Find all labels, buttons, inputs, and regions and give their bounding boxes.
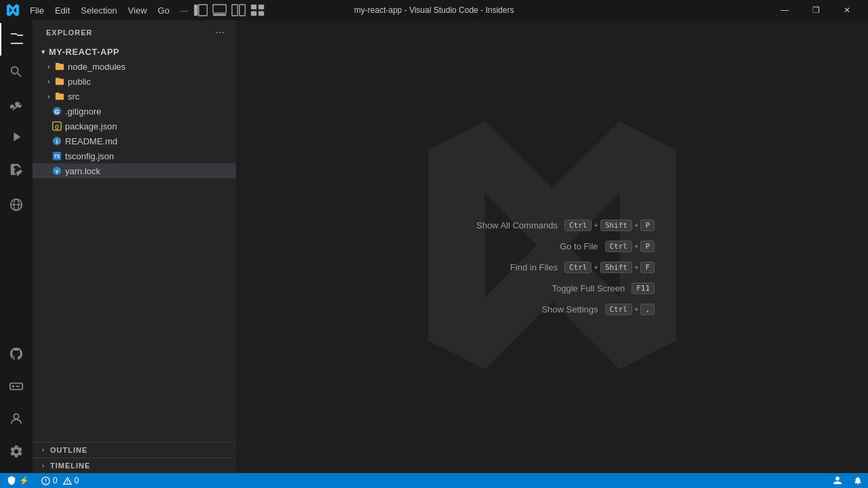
svg-rect-6 bbox=[251, 5, 256, 9]
package-json-label: package.json bbox=[65, 121, 117, 131]
menu-edit[interactable]: Edit bbox=[49, 3, 75, 18]
kbd-shift2: Shift bbox=[600, 262, 632, 273]
readme-icon: i bbox=[51, 136, 62, 146]
status-notifications[interactable] bbox=[848, 473, 868, 488]
sidebar-more-actions[interactable]: ··· bbox=[213, 25, 228, 40]
remote-explorer-icon bbox=[8, 197, 24, 213]
kbd-shift: Shift bbox=[600, 220, 632, 231]
public-arrow: › bbox=[43, 76, 54, 87]
yarn-lock-label: yarn.lock bbox=[65, 166, 100, 176]
tree-root[interactable]: ▾ MY-REACT-APP bbox=[33, 44, 236, 59]
outline-header[interactable]: › OUTLINE bbox=[33, 443, 236, 458]
gitignore-icon: G bbox=[51, 106, 62, 117]
root-label: MY-REACT-APP bbox=[49, 47, 119, 57]
toggle-panel-icon[interactable] bbox=[212, 3, 227, 18]
folder-icon bbox=[54, 76, 65, 87]
activity-search[interactable] bbox=[0, 56, 33, 88]
menu-file[interactable]: File bbox=[24, 3, 49, 18]
menu-go[interactable]: Go bbox=[152, 3, 175, 18]
status-account[interactable] bbox=[827, 473, 848, 488]
kbd-ctrl-3: Ctrl bbox=[564, 262, 592, 273]
menu-more[interactable]: ··· bbox=[175, 3, 193, 18]
split-editor-icon[interactable] bbox=[231, 3, 246, 18]
svg-rect-3 bbox=[213, 14, 226, 16]
folder-icon bbox=[54, 91, 65, 102]
accounts-icon bbox=[8, 411, 24, 427]
outline-label: OUTLINE bbox=[50, 446, 87, 454]
toggle-sidebar-icon[interactable] bbox=[193, 3, 208, 18]
status-remote-label: ⚡ bbox=[19, 476, 29, 485]
window-controls: — ❐ ✕ bbox=[769, 0, 863, 20]
gitignore-label: .gitignore bbox=[65, 106, 101, 117]
svg-rect-1 bbox=[199, 5, 207, 16]
svg-text:i: i bbox=[56, 138, 58, 145]
activity-run[interactable] bbox=[0, 121, 33, 153]
svg-text:TS: TS bbox=[54, 154, 60, 159]
tree-item-package-json[interactable]: {} package.json bbox=[33, 119, 236, 134]
activity-remote[interactable] bbox=[0, 370, 33, 403]
status-bar-left: ⚡ 0 0 bbox=[0, 473, 84, 488]
svg-rect-0 bbox=[194, 5, 198, 16]
svg-text:{}: {} bbox=[55, 123, 59, 129]
svg-text:Y: Y bbox=[55, 169, 59, 175]
timeline-header[interactable]: › TIMELINE bbox=[33, 458, 236, 473]
kbd-p: P bbox=[640, 220, 655, 231]
tree-item-readme[interactable]: i README.md bbox=[33, 134, 236, 148]
account-icon bbox=[833, 476, 842, 485]
app-logo bbox=[5, 3, 20, 18]
tree-item-tsconfig[interactable]: TS tsconfig.json bbox=[33, 148, 236, 163]
shortcut-find-in-files: Find in Files Ctrl + Shift + F bbox=[449, 262, 655, 273]
kbd-f11: F11 bbox=[632, 283, 655, 294]
node-modules-label: node_modules bbox=[68, 62, 125, 72]
status-bar: ⚡ 0 0 bbox=[0, 473, 868, 488]
src-label: src bbox=[68, 92, 79, 102]
shortcut-toggle-full-screen-keys: F11 bbox=[632, 283, 655, 294]
sidebar-header: EXPLORER ··· bbox=[33, 20, 236, 44]
menu-bar: File Edit Selection View Go ··· bbox=[5, 3, 193, 18]
activity-remote-explorer[interactable] bbox=[0, 188, 33, 221]
activity-explorer[interactable] bbox=[0, 23, 33, 56]
activity-accounts[interactable] bbox=[0, 403, 33, 435]
tsconfig-icon: TS bbox=[51, 150, 62, 161]
title-bar: File Edit Selection View Go ··· my-react… bbox=[0, 0, 868, 20]
status-remote[interactable]: ⚡ bbox=[0, 473, 36, 488]
minimize-button[interactable]: — bbox=[769, 0, 800, 20]
activity-source-control[interactable] bbox=[0, 88, 33, 121]
tsconfig-label: tsconfig.json bbox=[65, 151, 114, 161]
close-button[interactable]: ✕ bbox=[831, 0, 863, 20]
extensions-icon bbox=[8, 161, 24, 178]
menu-view[interactable]: View bbox=[123, 3, 152, 18]
svg-point-15 bbox=[12, 385, 15, 388]
timeline-section: › TIMELINE bbox=[33, 458, 236, 473]
readme-label: README.md bbox=[65, 136, 117, 146]
package-json-icon: {} bbox=[51, 121, 62, 131]
kbd-ctrl-2: Ctrl bbox=[605, 241, 633, 252]
explorer-icon bbox=[9, 31, 25, 47]
tree-item-src[interactable]: › src bbox=[33, 89, 236, 104]
menu-selection[interactable]: Selection bbox=[75, 3, 122, 18]
error-icon bbox=[41, 476, 50, 485]
svg-rect-7 bbox=[258, 5, 264, 9]
status-errors[interactable]: 0 0 bbox=[36, 473, 84, 488]
run-icon bbox=[8, 129, 24, 145]
activity-settings[interactable] bbox=[0, 435, 33, 468]
tree-item-gitignore[interactable]: G .gitignore bbox=[33, 104, 236, 119]
sidebar-header-actions: ··· bbox=[213, 25, 228, 40]
activity-github[interactable] bbox=[0, 338, 33, 370]
shortcut-find-in-files-label: Find in Files bbox=[449, 262, 558, 272]
svg-point-30 bbox=[45, 482, 46, 483]
shortcut-show-commands-label: Show All Commands bbox=[449, 220, 558, 230]
svg-point-17 bbox=[14, 414, 18, 419]
tree-item-public[interactable]: › public bbox=[33, 74, 236, 89]
customize-layout-icon[interactable] bbox=[250, 3, 265, 18]
kbd-ctrl: Ctrl bbox=[564, 220, 592, 231]
shortcuts-container: Show All Commands Ctrl + Shift + P Go to… bbox=[449, 220, 655, 315]
tree-item-yarn-lock[interactable]: Y yarn.lock bbox=[33, 163, 236, 178]
shortcut-show-settings: Show Settings Ctrl + , bbox=[449, 304, 655, 315]
maximize-button[interactable]: ❐ bbox=[800, 0, 831, 20]
bell-icon bbox=[853, 476, 863, 485]
warning-icon bbox=[63, 476, 72, 485]
file-tree: ▾ MY-REACT-APP › node_modules › public bbox=[33, 44, 236, 442]
tree-item-node-modules[interactable]: › node_modules bbox=[33, 59, 236, 74]
activity-extensions[interactable] bbox=[0, 153, 33, 186]
